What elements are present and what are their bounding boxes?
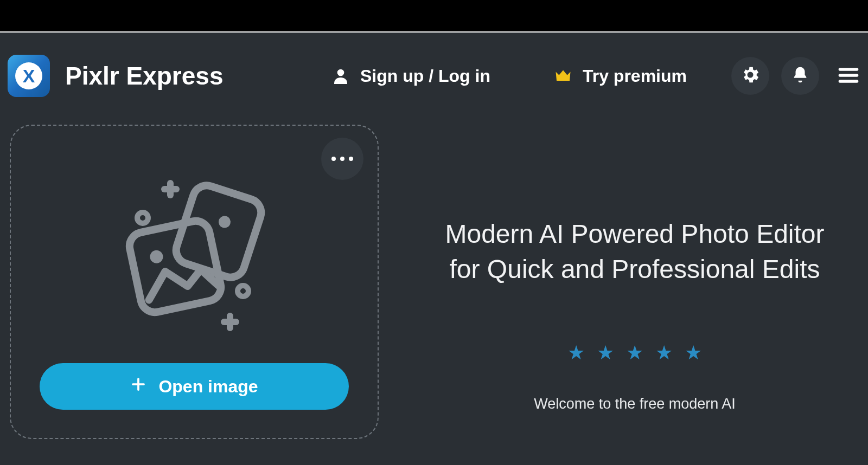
star-icon: ★ bbox=[567, 341, 585, 364]
browser-chrome-bar bbox=[0, 0, 868, 33]
signup-login-button[interactable]: Sign up / Log in bbox=[323, 62, 498, 91]
menu-icon bbox=[837, 63, 860, 89]
signup-login-label: Sign up / Log in bbox=[360, 66, 490, 86]
photos-illustration-icon bbox=[113, 175, 276, 337]
star-icon: ★ bbox=[685, 341, 702, 364]
svg-point-5 bbox=[217, 215, 232, 230]
menu-button[interactable] bbox=[831, 57, 860, 95]
settings-button[interactable] bbox=[731, 57, 769, 95]
main-content: Open image Modern AI Powered Photo Edito… bbox=[0, 119, 868, 465]
svg-rect-13 bbox=[221, 319, 239, 325]
star-icon: ★ bbox=[655, 341, 673, 364]
try-premium-button[interactable]: Try premium bbox=[546, 62, 694, 91]
svg-rect-3 bbox=[839, 80, 859, 83]
svg-point-9 bbox=[238, 286, 248, 296]
crown-icon bbox=[553, 66, 573, 86]
svg-rect-11 bbox=[161, 186, 180, 192]
user-icon bbox=[331, 66, 350, 86]
app-logo[interactable]: X bbox=[8, 55, 50, 97]
svg-rect-6 bbox=[127, 218, 224, 315]
svg-point-0 bbox=[337, 69, 344, 76]
svg-point-8 bbox=[137, 212, 148, 223]
try-premium-label: Try premium bbox=[583, 66, 687, 86]
dropzone-more-button[interactable] bbox=[321, 138, 363, 180]
header: X Pixlr Express Sign up / Log in Try pre… bbox=[0, 33, 868, 119]
open-image-label: Open image bbox=[158, 377, 258, 397]
svg-rect-1 bbox=[839, 68, 859, 71]
star-rating: ★ ★ ★ ★ ★ bbox=[567, 341, 702, 364]
open-image-dropzone[interactable]: Open image bbox=[10, 125, 379, 439]
star-icon: ★ bbox=[626, 341, 643, 364]
svg-rect-2 bbox=[839, 74, 859, 77]
app-root: X Pixlr Express Sign up / Log in Try pre… bbox=[0, 33, 868, 465]
plus-icon bbox=[130, 376, 146, 397]
open-image-button[interactable]: Open image bbox=[40, 363, 349, 410]
svg-point-7 bbox=[149, 249, 164, 264]
welcome-text: Welcome to the free modern AI bbox=[534, 396, 736, 412]
hero-section: Modern AI Powered Photo Editor for Quick… bbox=[411, 125, 858, 465]
notifications-button[interactable] bbox=[781, 57, 819, 95]
dots-icon bbox=[331, 157, 353, 161]
app-logo-letter: X bbox=[15, 62, 42, 89]
app-title: Pixlr Express bbox=[65, 61, 224, 91]
hero-title: Modern AI Powered Photo Editor for Quick… bbox=[429, 217, 841, 287]
star-icon: ★ bbox=[597, 341, 614, 364]
gear-icon bbox=[740, 64, 761, 87]
bell-icon bbox=[791, 66, 809, 86]
